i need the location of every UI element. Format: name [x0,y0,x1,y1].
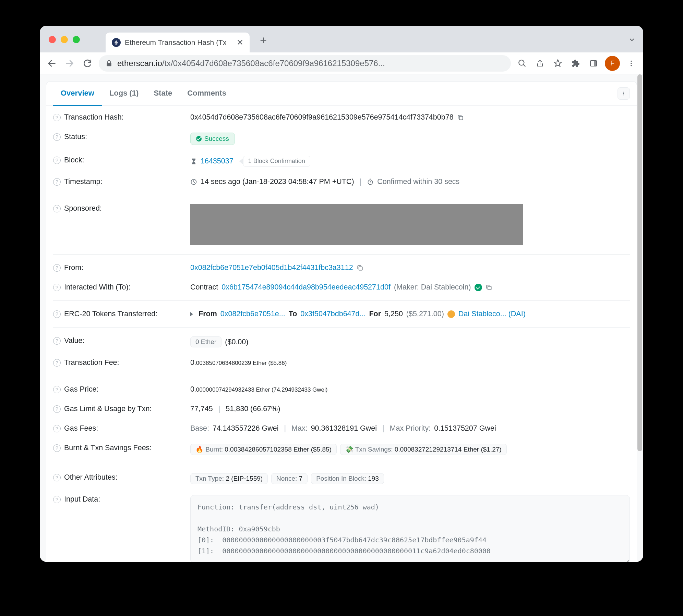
help-icon[interactable]: ? [53,474,61,481]
copy-icon[interactable] [486,284,492,291]
reload-button[interactable] [81,57,94,70]
more-options-button[interactable] [618,87,630,100]
status-badge: Success [190,133,235,145]
row-sponsored: ?Sponsored: [53,199,630,251]
savings-pill: 💸 Txn Savings: 0.00083272129213714 Ether… [340,444,507,455]
hourglass-icon [190,158,197,165]
svg-rect-12 [359,267,362,270]
help-icon[interactable]: ? [53,178,61,186]
help-icon[interactable]: ? [53,405,61,413]
block-confirmations: 1 Block Confirmation [243,156,310,167]
input-data-box[interactable]: Function: transfer(address dst, uint256 … [190,495,630,562]
caret-right-icon [190,312,193,316]
star-icon[interactable] [551,57,564,70]
share-icon[interactable] [534,57,547,70]
to-label: (Maker: Dai Stablecoin) [394,283,471,292]
help-icon[interactable]: ? [53,496,61,503]
copy-icon[interactable] [457,114,464,121]
erc20-to-label: To [289,310,297,318]
label: From: [64,263,83,272]
help-icon[interactable]: ? [53,264,61,272]
label: Status: [64,133,87,141]
label: Sponsored: [64,204,102,213]
row-erc20: ?ERC-20 Tokens Transferred: From 0x082fc… [53,304,630,324]
label: Timestamp: [64,177,103,186]
help-icon[interactable]: ? [53,133,61,141]
row-burnt: ?Burnt & Txn Savings Fees: 🔥 Burnt: 0.00… [53,438,630,460]
scrollbar[interactable] [635,74,643,562]
help-icon[interactable]: ? [53,425,61,432]
gf-base-label: Base: [190,424,209,433]
row-otherattrs: ?Other Attributes: Txn Type: 2 (EIP-1559… [53,468,630,490]
sidepanel-icon[interactable] [587,57,600,70]
etherscan-favicon [112,38,121,47]
close-window-button[interactable] [49,36,56,43]
help-icon[interactable]: ? [53,205,61,212]
tab-comments[interactable]: Comments [180,81,234,106]
copy-icon[interactable] [357,264,363,271]
help-icon[interactable]: ? [53,337,61,345]
label: Value: [64,336,84,345]
tab-overview[interactable]: Overview [53,81,102,106]
clock-icon [190,178,197,185]
label: Transaction Fee: [64,358,119,367]
row-gaslimit: ?Gas Limit & Usage by Txn: 77,745 | 51,8… [53,399,630,419]
burnt-pill: 🔥 Burnt: 0.00384286057102358 Ether ($5.8… [190,444,337,455]
erc20-from-link[interactable]: 0x082fcb6e7051e... [220,310,285,318]
erc20-from-label: From [199,310,217,318]
label: ERC-20 Tokens Transferred: [64,310,157,318]
close-tab-button[interactable]: ✕ [237,38,243,47]
erc20-to-link[interactable]: 0x3f5047bdb647d... [300,310,366,318]
browser-window: Ethereum Transaction Hash (Tx ✕ ＋ ethers… [40,26,643,562]
maximize-window-button[interactable] [73,36,80,43]
svg-rect-2 [594,61,597,66]
erc20-token-link[interactable]: Dai Stableco... (DAI) [458,310,526,318]
gasprice-value: 0.000000074294932433 Ether (74.294932433… [190,385,327,394]
help-icon[interactable]: ? [53,157,61,164]
new-tab-button[interactable]: ＋ [258,33,269,48]
help-icon[interactable]: ? [53,114,61,121]
row-timestamp: ?Timestamp: 14 secs ago (Jan-18-2023 04:… [53,172,630,192]
address-bar[interactable]: etherscan.io/tx/0x4054d7d608e735608ac6fe… [99,55,511,72]
row-to: ?Interacted With (To): Contract 0x6b1754… [53,278,630,297]
forward-button[interactable] [63,57,76,70]
row-txhash: ?Transaction Hash: 0x4054d7d608e735608ac… [53,108,630,127]
profile-avatar[interactable]: F [605,56,620,71]
scrollbar-thumb[interactable] [637,74,642,451]
from-address-link[interactable]: 0x082fcb6e7051e7eb0f405d1b42f4431fbc3a31… [190,263,353,272]
txfee-value: 0.00385070634800239 Ether ($5.86) [190,358,287,367]
erc20-for-label: For [369,310,381,318]
browser-tab-active[interactable]: Ethereum Transaction Hash (Tx ✕ [106,33,250,52]
minimize-window-button[interactable] [61,36,68,43]
window-controls [49,36,80,43]
help-icon[interactable]: ? [53,284,61,291]
tab-state[interactable]: State [146,81,180,106]
help-icon[interactable]: ? [53,386,61,393]
help-icon[interactable]: ? [53,310,61,318]
to-address-link[interactable]: 0x6b175474e89094c44da98b954eedeac495271d… [221,283,391,292]
gas-limit: 77,745 [190,405,213,413]
gf-max-label: Max: [291,424,308,433]
transaction-rows: ?Transaction Hash: 0x4054d7d608e735608ac… [46,106,637,562]
svg-point-4 [631,63,632,64]
svg-point-5 [631,65,632,66]
menu-icon[interactable] [625,57,638,70]
detail-tabs: Overview Logs (1) State Comments [46,82,637,106]
help-icon[interactable]: ? [53,444,61,452]
to-prefix: Contract [190,283,218,292]
stopwatch-icon [367,178,374,185]
titlebar: Ethereum Transaction Hash (Tx ✕ ＋ [40,26,643,52]
tabs-dropdown-button[interactable] [628,36,636,44]
ad-placeholder[interactable] [190,204,523,245]
tab-logs[interactable]: Logs (1) [102,81,146,106]
extensions-icon[interactable] [569,57,582,70]
search-icon[interactable] [516,57,529,70]
block-link[interactable]: 16435037 [201,157,233,165]
row-inputdata: ?Input Data: Function: transfer(address … [53,490,630,562]
label: Burnt & Txn Savings Fees: [64,444,152,452]
confirmed-within: Confirmed within 30 secs [377,177,459,186]
back-button[interactable] [45,57,58,70]
svg-point-8 [623,94,624,95]
row-status: ?Status: Success [53,127,630,150]
help-icon[interactable]: ? [53,359,61,367]
